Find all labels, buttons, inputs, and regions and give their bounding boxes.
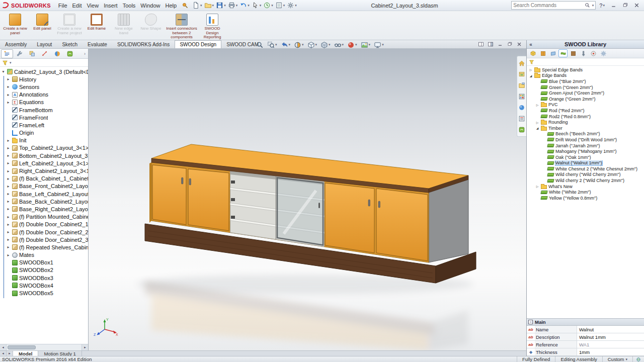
search-commands-box[interactable]: ▾ xyxy=(511,1,596,10)
expand-arrow-icon[interactable]: ▸ xyxy=(6,93,11,97)
feature-tree-item-f-double-door-cabinet2-2-cabinet2[interactable]: ▸(f) Double Door_Cabinet2_2_Cabinet2_ xyxy=(0,228,88,236)
zoom-area-button[interactable]: ▾ xyxy=(267,41,278,49)
feature-tree-item-annotations[interactable]: ▸Annotations xyxy=(0,91,88,99)
catalog-connectors-icon[interactable] xyxy=(579,49,588,57)
expand-arrow-icon[interactable]: ▷ xyxy=(535,121,539,124)
properties-header[interactable]: − Main xyxy=(527,319,644,326)
menu-view[interactable]: View xyxy=(84,2,101,9)
expand-arrow-icon[interactable]: ▸ xyxy=(6,230,11,234)
feature-tree-item-swoodbox5[interactable]: SWOODBox5 xyxy=(0,289,88,297)
print-button[interactable]: ▾ xyxy=(227,1,239,10)
configurations-tab-icon[interactable] xyxy=(26,49,38,58)
menu-window[interactable]: Window xyxy=(138,2,163,9)
feature-tree-item-bottom-cabinet2-layout-3-1-defa[interactable]: ▸Bottom_Cabinet2_Layout_3<1> (Defa xyxy=(0,152,88,159)
undo-button[interactable]: ▾ xyxy=(238,1,251,10)
library-item-wild-cherry-2-wild-cherry-2mm[interactable]: Wild cherry 2 ("Wild Cherry 2mm") xyxy=(527,177,644,184)
scrollbar-track[interactable] xyxy=(7,344,82,350)
view-orientation-button[interactable]: ▾ xyxy=(307,41,318,49)
catalog-materials-icon[interactable] xyxy=(569,49,578,57)
menu-file[interactable]: File xyxy=(56,2,70,9)
property-value-name[interactable]: Walnut xyxy=(577,326,644,333)
feature-tree-item-base-right-cabinet2-layout-3-1-d[interactable]: ▸Base_Right_Cabinet2_Layout_3<1> (D xyxy=(0,205,88,213)
help-button[interactable]: ?▾ xyxy=(597,3,607,9)
ribbon-button-new-shape[interactable]: New Shape xyxy=(138,13,164,32)
feature-tree-item-history[interactable]: ▸History xyxy=(0,75,88,83)
menu-edit[interactable]: Edit xyxy=(70,2,85,9)
feature-tree-item-f-partition-mounted-cabinet2-1-cab[interactable]: ▸(f) Partition Mounted_Cabinet2_1_Cab xyxy=(0,213,88,221)
view-settings-button[interactable]: ▾ xyxy=(373,41,384,49)
rebuild-button[interactable]: ▾ xyxy=(262,1,274,10)
ribbon-button-create-a-new-panel[interactable]: Create a new panel xyxy=(2,13,28,36)
status-custom-caret[interactable]: ▾ xyxy=(625,357,627,361)
tab-model[interactable]: Model xyxy=(13,351,38,356)
apply-scene-button[interactable]: ▾ xyxy=(360,41,371,49)
hide-show-items-button[interactable]: ▾ xyxy=(334,41,345,49)
ribbon-button-new-edge-band[interactable]: New edge band xyxy=(111,13,137,36)
display-style-button[interactable]: ▾ xyxy=(320,41,331,49)
search-input[interactable] xyxy=(513,3,583,8)
library-item-wild-cherry-wild-cherry-2mm[interactable]: Wild cherry ("Wild Cherry 2mm") xyxy=(527,172,644,178)
view-palette-icon[interactable] xyxy=(518,93,526,100)
expand-arrow-icon[interactable]: ▸ xyxy=(6,207,11,211)
library-item-oak-oak-1mm[interactable]: Oak ("Oak 1mm") xyxy=(527,154,644,160)
swood-library-icon[interactable] xyxy=(518,126,526,133)
expand-arrow-icon[interactable]: ▸ xyxy=(6,245,11,249)
library-item-white-chesnut-2-white-chesnut-2mm[interactable]: White Chesnut 2 ("White Chesnut 2mm") xyxy=(527,166,644,172)
feature-pane-toggle-icon[interactable] xyxy=(477,41,485,48)
library-item-timber[interactable]: ◢Timber xyxy=(527,125,644,131)
library-item-beech-beech-2mm[interactable]: Beech ("Beech 2mm") xyxy=(527,131,644,137)
feature-tree-item-framebottom[interactable]: FrameBottom xyxy=(0,106,88,114)
feature-tree-item-mates[interactable]: ▸Mates xyxy=(0,251,88,259)
feature-tree-root[interactable]: ▾ Cabinet2_Layout_3 (Default<Default_Dis… xyxy=(0,68,88,75)
expand-arrow-icon[interactable]: ▸ xyxy=(6,237,11,242)
home-icon[interactable] xyxy=(518,59,526,67)
section-view-button[interactable]: ▾ xyxy=(293,41,304,49)
graphics-area[interactable]: Y X Z xyxy=(89,49,526,350)
feature-tree-item-f-double-door-cabinet2-1-cabinet2[interactable]: ▸(f) Double Door_Cabinet2_1_Cabinet2_ xyxy=(0,221,88,228)
expand-arrow-icon[interactable]: ▸ xyxy=(6,169,11,173)
library-item-green-green-2mm[interactable]: Green ("Green 2mm") xyxy=(527,84,644,90)
collapse-panel-button[interactable]: « xyxy=(527,42,535,47)
library-item-pvc[interactable]: ▷PVC xyxy=(527,102,644,108)
library-item-orange-green-2mm[interactable]: Orange ("Green 2mm") xyxy=(527,96,644,102)
library-item-green-ajout-green-2mm[interactable]: Green Ajout ("Green 2mm") xyxy=(527,90,644,96)
expand-arrow-icon[interactable]: ▸ xyxy=(6,192,11,196)
tab-swood-design[interactable]: SWOOD Design xyxy=(175,40,221,48)
library-item-jarrah-jarrah-2mm[interactable]: Jarrah ("Jarrah 2mm") xyxy=(527,143,644,149)
filter-caret[interactable]: ▾ xyxy=(10,61,12,65)
feature-tree-item-equations[interactable]: ▸Equations xyxy=(0,99,88,106)
feature-tree-hscrollbar[interactable]: ◂ ▸ xyxy=(0,344,88,350)
expand-arrow-icon[interactable]: ▸ xyxy=(6,77,11,81)
catalog-cabinets-icon[interactable] xyxy=(538,49,547,57)
swood-tab-icon[interactable] xyxy=(64,49,76,58)
minimize-button[interactable] xyxy=(608,1,619,10)
tab-sketch[interactable]: Sketch xyxy=(57,40,83,48)
file-explorer-icon[interactable] xyxy=(518,81,526,89)
library-filter[interactable] xyxy=(527,58,644,66)
tab-layout[interactable]: Layout xyxy=(32,40,57,48)
expand-arrow-icon[interactable]: ▸ xyxy=(6,100,11,105)
file-properties-button[interactable]: ▾ xyxy=(274,1,286,10)
menu-tools[interactable]: Tools xyxy=(120,2,138,9)
search-icon[interactable] xyxy=(585,3,590,8)
expand-arrow-icon[interactable]: ▷ xyxy=(535,185,539,188)
expand-arrow-icon[interactable]: ▸ xyxy=(6,84,11,89)
features-tab-icon[interactable] xyxy=(1,49,13,58)
design-library-icon[interactable] xyxy=(518,70,526,78)
library-item-white-white-2mm[interactable]: White ("White 2mm") xyxy=(527,189,644,195)
expand-arrow-icon[interactable]: ▸ xyxy=(6,253,11,257)
options-button[interactable]: ▾ xyxy=(286,1,298,10)
expand-arrow-icon[interactable]: ◢ xyxy=(535,126,539,130)
feature-tree-filter[interactable]: ▾ xyxy=(0,59,88,67)
ribbon-button-insert-connectors-between-2-components[interactable]: Insert connectors between 2 components xyxy=(165,13,198,41)
library-item-blue-blue-2mm[interactable]: Blue ("Blue 2mm") xyxy=(527,78,644,84)
feature-tree-item-right-cabinet2-layout-3-1-default[interactable]: ▸Right_Cabinet2_Layout_3<1> (Default xyxy=(0,167,88,174)
library-item-rod2-red-0-8mm[interactable]: Rod2 ("Red 0.8mm") xyxy=(527,114,644,120)
save-button[interactable]: ▾ xyxy=(215,1,227,10)
close-button[interactable] xyxy=(631,1,642,10)
open-button[interactable]: ▾ xyxy=(203,1,215,10)
dimxpert-tab-icon[interactable] xyxy=(39,49,51,58)
appearances-icon[interactable] xyxy=(518,104,526,111)
expand-arrow-icon[interactable]: ▸ xyxy=(6,222,11,227)
zoom-fit-button[interactable] xyxy=(256,41,264,49)
